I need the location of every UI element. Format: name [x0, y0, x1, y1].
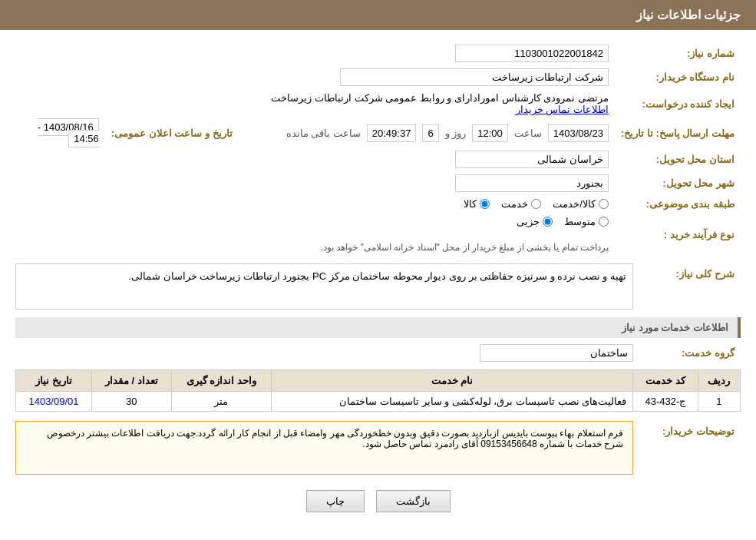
- process-label: نوع فرآیند خرید :: [615, 213, 741, 256]
- need-number-box: 1103001022001842: [455, 45, 609, 62]
- cell-row-num: 1: [698, 392, 740, 412]
- buyer-notes-box: فرم استعلام بهاء پیوست بایدیس ازبازدید ب…: [15, 421, 633, 475]
- page-title: جزئیات اطلاعات نیاز: [636, 8, 741, 22]
- cell-date: 1403/09/01: [16, 392, 92, 412]
- city-box: بجنورد: [455, 174, 609, 192]
- print-button[interactable]: چاپ: [306, 490, 365, 512]
- cell-service-name: فعالیت‌های نصب تاسیسات برق، لوله‌کشی و س…: [272, 392, 633, 412]
- province-label: استان محل تحویل:: [615, 147, 741, 171]
- table-row: 1 ج-432-43 فعالیت‌های نصب تاسیسات برق، ل…: [16, 392, 741, 412]
- deadline-remaining-label: ساعت باقی مانده: [286, 128, 361, 139]
- deadline-days-label: روز و: [445, 128, 467, 139]
- process-option-small[interactable]: جزیی: [517, 216, 553, 227]
- contact-link[interactable]: اطلاعات تماس خریدار: [516, 104, 609, 115]
- services-table: ردیف کد خدمت نام خدمت واحد اندازه گیری ت…: [15, 369, 741, 412]
- col-row-num: ردیف: [698, 370, 740, 392]
- col-quantity: تعداد / مقدار: [92, 370, 172, 392]
- announce-value: 1403/08/16 - 14:56: [15, 118, 105, 147]
- category-label: طبقه بندی موضوعی:: [615, 195, 741, 213]
- deadline-days: 6: [422, 124, 438, 142]
- province-value: خراسان شمالی: [239, 147, 615, 171]
- description-box: تهیه و نصب نرده و سرنیزه حفاظتی بر روی د…: [15, 263, 633, 310]
- category-option-service[interactable]: خدمت: [501, 198, 541, 210]
- cell-unit: متر: [171, 392, 272, 412]
- category-option-goods[interactable]: کالا: [464, 198, 490, 210]
- announce-box: 1403/08/16 - 14:56: [38, 118, 99, 147]
- city-value: بجنورد: [239, 171, 615, 195]
- city-label: شهر محل تحویل:: [615, 171, 741, 195]
- buyer-name-value: شرکت ارتباطات زیرساخت: [239, 65, 615, 89]
- services-section-title: اطلاعات خدمات مورد نیاز: [15, 317, 741, 338]
- col-service-name: نام خدمت: [272, 370, 633, 392]
- buyer-notes-label: توضیحات خریدار:: [633, 421, 741, 440]
- deadline-time: 12:00: [472, 124, 508, 142]
- col-unit: واحد اندازه گیری: [171, 370, 272, 392]
- deadline-time-label: ساعت: [514, 128, 542, 139]
- process-note: پرداخت تمام یا بخشی از مبلغ خریدار از مح…: [321, 242, 609, 253]
- creator-value: مرتضی نمرودی کارشناس امورادارای و روابط …: [239, 89, 615, 118]
- category-option-service-goods[interactable]: کالا/خدمت: [553, 198, 609, 210]
- need-number-value: 1103001022001842: [239, 41, 615, 65]
- buttons-row: بازگشت چاپ: [15, 490, 741, 512]
- page-header: جزئیات اطلاعات نیاز: [0, 0, 756, 30]
- announce-label: تاریخ و ساعت اعلان عمومی:: [105, 118, 239, 147]
- col-date: تاریخ نیاز: [16, 370, 92, 392]
- deadline-row: 1403/08/23 ساعت 12:00 روز و 6 20:49:37 س…: [239, 118, 615, 147]
- deadline-remaining: 20:49:37: [367, 124, 417, 142]
- service-group-value: ساختمان: [480, 344, 633, 362]
- back-button[interactable]: بازگشت: [376, 490, 451, 512]
- creator-label: ایجاد کننده درخواست:: [615, 89, 741, 118]
- service-group-box: ساختمان: [480, 344, 633, 362]
- description-label: شرح کلی نیاز:: [633, 263, 741, 283]
- cell-service-code: ج-432-43: [633, 392, 698, 412]
- service-group-label: گروه خدمت:: [633, 344, 741, 362]
- creator-text: مرتضی نمرودی کارشناس امورادارای و روابط …: [271, 92, 609, 104]
- deadline-date: 1403/08/23: [548, 124, 609, 142]
- cell-quantity: 30: [92, 392, 172, 412]
- process-option-medium[interactable]: متوسط: [564, 216, 609, 227]
- deadline-label: مهلت ارسال پاسخ: تا تاریخ:: [615, 118, 741, 147]
- col-service-code: کد خدمت: [633, 370, 698, 392]
- buyer-name-box: شرکت ارتباطات زیرساخت: [340, 68, 609, 86]
- process-row: متوسط جزیی پرداخت تمام یا بخشی از مبلغ خ…: [239, 213, 615, 256]
- need-number-label: شماره نیاز:: [615, 41, 741, 65]
- buyer-name-label: نام دستگاه خریدار:: [615, 65, 741, 89]
- province-box: خراسان شمالی: [455, 151, 609, 168]
- category-row: کالا/خدمت خدمت کالا: [239, 195, 615, 213]
